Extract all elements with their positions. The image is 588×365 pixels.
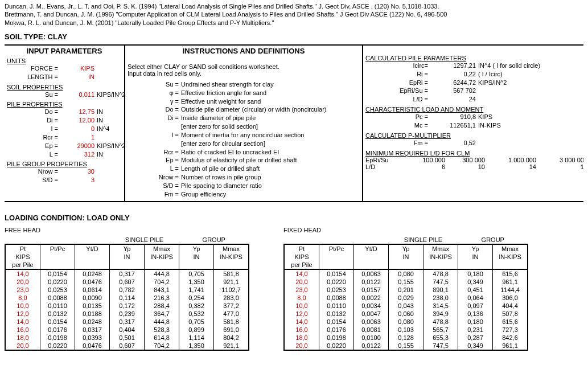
ytd-cell: 0,0476 — [75, 278, 110, 286]
gyp-cell: 1,114 — [179, 334, 214, 342]
ytd-cell: 0,0034 — [354, 302, 389, 310]
pt-cell[interactable]: 12,0 — [284, 310, 319, 318]
group-props-section: PILE GROUP PROPERTIES — [7, 161, 122, 167]
def-text: Inside diameter of pipe pile — [181, 114, 256, 122]
l-value[interactable]: 312 — [60, 150, 97, 159]
pt-cell[interactable]: 20,0 — [284, 278, 319, 286]
pt-cell[interactable]: 16,0 — [5, 326, 40, 334]
group-caption: GROUP — [458, 236, 528, 244]
calc-unit: ( I / Icirc) — [478, 70, 503, 79]
mmax-cell: 704,2 — [145, 342, 179, 350]
su-value[interactable]: 0,011 — [60, 91, 97, 99]
minld-h: 3 000 000 — [536, 157, 583, 163]
def-label: Fm = — [128, 190, 181, 199]
instructions: INSTRUCTIONS AND DEFINITIONS Select eith… — [124, 46, 363, 201]
minld-h: 100 000 — [405, 157, 445, 163]
pt-cell[interactable]: 14,0 — [284, 269, 319, 278]
pmult-section: CALCULATED P-MULTIPLIER — [365, 132, 583, 139]
def-label: Ep = — [128, 156, 181, 165]
pt-cell[interactable]: 14,0 — [284, 318, 319, 326]
pt-cell[interactable]: 23,0 — [5, 286, 40, 294]
ptpc-cell: 0,0176 — [40, 326, 75, 334]
su-label: Su = — [7, 91, 60, 99]
mmax-cell: 314,5 — [423, 302, 458, 310]
pt-cell[interactable]: 20,0 — [5, 342, 40, 350]
mmax-cell: 614,8 — [145, 334, 179, 342]
def-text: Length of pile or drilled shaft — [181, 165, 260, 173]
char-label: Mc = — [365, 121, 430, 130]
pt-cell[interactable]: 23,0 — [284, 286, 319, 294]
yp-cell: 0,607 — [110, 342, 145, 350]
def-text: [enter zero for circular section] — [181, 140, 265, 148]
gmmax-cell: 961,1 — [493, 342, 528, 350]
yp-cell: 0,317 — [110, 318, 145, 326]
group-caption: GROUP — [179, 236, 249, 244]
do-label: Do = — [7, 108, 60, 116]
minld-h: EpRi/Su — [365, 157, 405, 163]
pt-cell[interactable]: 16,0 — [284, 326, 319, 334]
gmmax-cell: 727,3 — [493, 326, 528, 334]
calc-unit: IN^4 ( I for solid circle) — [478, 61, 540, 70]
fixed-head-caption: FIXED HEAD — [283, 227, 528, 233]
table-row: 16,00,01760,03170,404528,30,899691,0 — [5, 326, 249, 334]
ptpc-cell: 0,0198 — [319, 334, 354, 342]
nrow-value[interactable]: 30 — [60, 167, 97, 176]
ytd-cell: 0,0063 — [354, 269, 389, 278]
ptpc-cell: 0,0253 — [319, 286, 354, 294]
gyp-cell: 0,349 — [458, 278, 493, 286]
force-label: FORCE = — [7, 64, 60, 73]
yp-cell: 0,029 — [389, 294, 423, 302]
ytd-cell: 0,0188 — [75, 310, 110, 318]
table-row: 23,00,02530,06140,782843,11,7411102,7 — [5, 286, 249, 294]
table-row: 14,00,01540,02480,317444,80,705581,8 — [5, 318, 249, 326]
def-text: Group efficiency — [181, 190, 226, 199]
table-row: 8,00,00880,00900,114216,30,254283,0 — [5, 294, 249, 302]
di-label: Di = — [7, 116, 60, 125]
pt-cell[interactable]: 14,0 — [5, 318, 40, 326]
calc-value: 567 702 — [430, 87, 478, 95]
soil-props-section: SOIL PROPERTIES — [7, 84, 122, 91]
table-row: 23,00,02530,01570,201890,10,4511144,4 — [284, 286, 528, 294]
mmax-cell: 394,9 — [423, 310, 458, 318]
def-label: S/D = — [128, 182, 181, 190]
rcr-value[interactable]: 1 — [60, 133, 97, 142]
gmmax-cell: 691,0 — [214, 326, 249, 334]
ep-value[interactable]: 29000 — [60, 142, 97, 150]
ptpc-cell: 0,0110 — [319, 302, 354, 310]
pt-cell[interactable]: 18,0 — [284, 334, 319, 342]
i-value[interactable]: 0 — [60, 125, 97, 133]
col-yp-u: IN — [389, 253, 423, 261]
ptpc-cell: 0,0220 — [40, 278, 75, 286]
pt-cell[interactable]: 14,0 — [5, 269, 40, 278]
calc-label: Ri = — [365, 70, 430, 79]
table-row: 10,00,01100,01350,172288,40,382377,2 — [5, 302, 249, 310]
pt-cell[interactable]: 12,0 — [5, 310, 40, 318]
pt-cell[interactable]: 20,0 — [5, 278, 40, 286]
pt-cell[interactable]: 10,0 — [5, 302, 40, 310]
col-yp: Yp — [389, 244, 423, 253]
col-yp: Yp — [110, 244, 145, 253]
pt-cell[interactable]: 18,0 — [5, 334, 40, 342]
pt-cell[interactable]: 8,0 — [284, 294, 319, 302]
ytd-cell: 0,0081 — [354, 326, 389, 334]
ptpc-cell: 0,0132 — [40, 310, 75, 318]
do-value[interactable]: 12,75 — [60, 108, 97, 116]
yp-cell: 0,080 — [389, 318, 423, 326]
pt-cell[interactable]: 8,0 — [5, 294, 40, 302]
force-value[interactable]: KIPS — [60, 64, 97, 73]
char-unit: IN-KIPS — [478, 121, 501, 130]
di-value[interactable]: 12,00 — [60, 116, 97, 125]
yp-cell: 0,201 — [389, 286, 423, 294]
gmmax-cell: 581,8 — [214, 318, 249, 326]
col-mmax: Mmax — [145, 244, 179, 253]
gyp-cell: 0,349 — [458, 342, 493, 350]
col-yp-u: IN — [110, 253, 145, 261]
nrow-label: Nrow = — [7, 167, 60, 176]
sd-value[interactable]: 3 — [60, 176, 97, 184]
table-row: 18,00,01980,03930,501614,81,114804,2 — [5, 334, 249, 342]
ptpc-cell: 0,0088 — [319, 294, 354, 302]
pt-cell[interactable]: 20,0 — [284, 342, 319, 350]
pt-cell[interactable]: 10,0 — [284, 302, 319, 310]
length-value[interactable]: IN — [60, 73, 97, 81]
def-text: Pile spacing to diameter ratio — [181, 182, 262, 190]
